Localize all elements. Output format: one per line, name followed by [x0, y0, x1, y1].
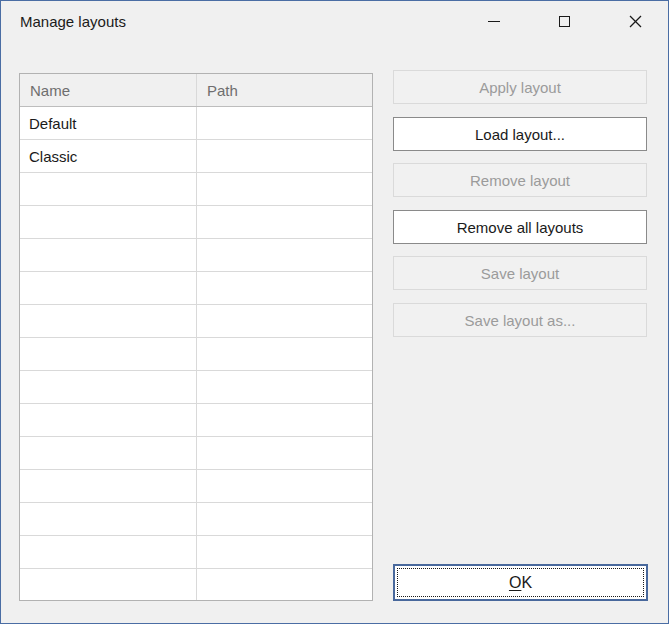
table-header: Name Path: [20, 74, 372, 107]
window-title: Manage layouts: [20, 13, 126, 30]
remove-layout-button: Remove layout: [393, 163, 647, 197]
manage-layouts-dialog: Manage layouts Name Path Default: [0, 0, 669, 624]
maximize-button[interactable]: [541, 1, 587, 41]
column-header-path[interactable]: Path: [197, 74, 372, 106]
apply-layout-button: Apply layout: [393, 70, 647, 104]
cell-name: [20, 272, 197, 304]
save-layout-button: Save layout: [393, 256, 647, 290]
cell-path: [197, 371, 372, 403]
table-row: [20, 536, 372, 569]
cell-name: [20, 404, 197, 436]
layouts-table: Name Path Default Classic: [19, 73, 373, 601]
table-row: [20, 239, 372, 272]
cell-name: [20, 173, 197, 205]
cell-name: [20, 503, 197, 535]
cell-path: [197, 470, 372, 502]
table-row: [20, 404, 372, 437]
cell-path: [197, 338, 372, 370]
cell-name: [20, 569, 197, 601]
cell-path[interactable]: [197, 107, 372, 139]
cell-path: [197, 305, 372, 337]
table-row: [20, 470, 372, 503]
cell-name[interactable]: Default: [20, 107, 197, 139]
table-row: [20, 338, 372, 371]
cell-name: [20, 206, 197, 238]
cell-name: [20, 437, 197, 469]
table-row[interactable]: Default: [20, 107, 372, 140]
cell-name: [20, 305, 197, 337]
cell-name: [20, 338, 197, 370]
table-row: [20, 173, 372, 206]
cell-path: [197, 536, 372, 568]
cell-name[interactable]: Classic: [20, 140, 197, 172]
cell-path: [197, 404, 372, 436]
cell-path: [197, 173, 372, 205]
maximize-icon: [559, 16, 570, 27]
table-row: [20, 305, 372, 338]
ok-label-accesskey: O: [509, 574, 521, 592]
cell-path: [197, 239, 372, 271]
cell-name: [20, 470, 197, 502]
layout-table-rows: Default Classic: [20, 107, 372, 601]
table-row: [20, 437, 372, 470]
minimize-icon: [488, 21, 500, 22]
cell-path: [197, 437, 372, 469]
cell-name: [20, 239, 197, 271]
ok-button[interactable]: OK: [393, 564, 648, 601]
close-icon: [629, 15, 642, 28]
table-row: [20, 206, 372, 239]
table-row[interactable]: Classic: [20, 140, 372, 173]
titlebar[interactable]: Manage layouts: [1, 1, 668, 41]
save-layout-as-button: Save layout as...: [393, 303, 647, 337]
cell-path: [197, 569, 372, 601]
table-row: [20, 569, 372, 601]
load-layout-button[interactable]: Load layout...: [393, 117, 647, 151]
ok-label-rest: K: [521, 574, 532, 592]
table-row: [20, 371, 372, 404]
cell-path: [197, 272, 372, 304]
cell-path: [197, 206, 372, 238]
minimize-button[interactable]: [471, 1, 517, 41]
table-row: [20, 272, 372, 305]
cell-path: [197, 503, 372, 535]
remove-all-layouts-button[interactable]: Remove all layouts: [393, 210, 647, 244]
close-button[interactable]: [612, 1, 658, 41]
cell-name: [20, 536, 197, 568]
table-row: [20, 503, 372, 536]
cell-path[interactable]: [197, 140, 372, 172]
cell-name: [20, 371, 197, 403]
column-header-name[interactable]: Name: [20, 74, 197, 106]
